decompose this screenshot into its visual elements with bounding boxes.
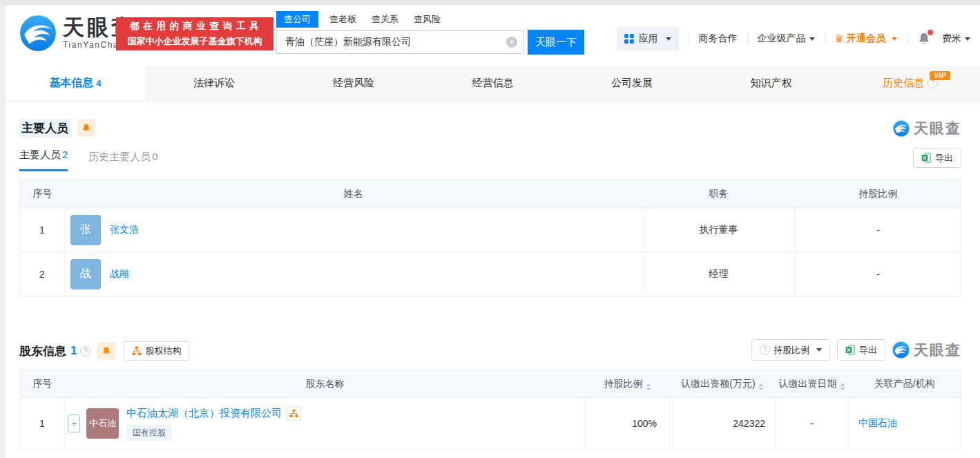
search-input[interactable] [276,30,523,54]
subtab-current-staff[interactable]: 主要人员2 [19,149,68,171]
col-header-ratio[interactable]: 持股比例 [586,370,670,398]
ratio-cell: - [796,208,961,252]
divider [747,34,748,44]
col-header-amount[interactable]: 认缴出资额(万元) [670,370,776,398]
search-area: 查公司 查老板 查关系 查风险 ✕ 天眼一下 [276,12,584,55]
equity-chart-button[interactable] [287,406,301,421]
nav-item-enterprise-products[interactable]: 企业级产品 [758,32,815,45]
shareholder-link[interactable]: 中石油太湖（北京）投资有限公司 [126,407,282,420]
shareholders-table: 序号 股东名称 持股比例 认缴出资额(万元) 认缴出资日期 关联产品/机构 [19,370,961,450]
tab-history-info[interactable]: 历史信息 ? VIP [840,66,980,100]
caret-down-icon [809,37,815,41]
shareholders-section: 股东信息 1 ? 股权结构 ? 持股比例 [19,341,961,450]
excel-icon [845,345,856,355]
table-row: 2 战 战雕 经理 - [20,252,961,296]
amount-cell: 242322 [670,398,776,450]
divider [689,34,689,44]
expand-row-button[interactable]: + [68,414,80,432]
vip-badge: VIP [930,71,950,80]
notification-dot [928,30,933,35]
person-link[interactable]: 张文浩 [110,224,139,236]
tab-count: 4 [96,78,101,88]
tab-basic-info[interactable]: 基本信息 4 [6,66,145,100]
row-no: 1 [20,208,65,252]
sort-icon[interactable] [646,383,651,390]
slogan-banner: 都 在 用 的 商 业 查 询 工 具 国家中小企业发展子基金旗下机构 [116,17,273,50]
help-icon: ? [760,345,770,355]
bell-icon [81,123,91,133]
col-header-name: 姓名 [65,180,642,208]
notifications-button[interactable] [917,32,931,46]
col-header-product: 关联产品/机构 [849,370,961,398]
ratio-cell: 100% [586,398,670,450]
col-header-ratio: 持股比例 [796,180,961,208]
clear-search-icon[interactable]: ✕ [506,37,517,48]
caret-down-icon [965,37,970,41]
slogan-line1: 都 在 用 的 商 业 查 询 工 具 [130,20,260,32]
equity-structure-icon [132,346,142,356]
header-nav: 应用 商务合作 企业级产品 ♛ 开通会员 费米 [617,27,970,50]
caret-down-icon [892,37,897,41]
search-tab-boss[interactable]: 查老板 [329,11,356,28]
caret-down-icon [666,37,671,41]
apps-grid-icon [624,34,635,44]
apps-menu-button[interactable]: 应用 [617,27,679,50]
avatar[interactable]: 中石油 [86,408,119,439]
search-tab-risk[interactable]: 查风险 [414,11,441,28]
apps-label: 应用 [639,32,658,45]
divider [907,34,907,44]
related-product-link[interactable]: 中国石油 [858,417,897,428]
staff-table: 序号 姓名 职务 持股比例 1 张 张文浩 [19,180,961,296]
nav-item-cooperation[interactable]: 商务合作 [699,32,738,45]
subtab-history-staff[interactable]: 历史主要人员0 [88,151,157,171]
col-header-date[interactable]: 认缴出资日期 [776,370,849,398]
user-menu[interactable]: 费米 [942,32,970,45]
tianyancha-watermark-icon [893,120,910,137]
page-left-strip [0,6,6,458]
tianyancha-watermark-icon [892,341,910,359]
row-no: 2 [20,252,65,296]
col-header-no: 序号 [20,180,65,208]
tianyancha-watermark: 天眼查 [893,119,961,138]
caret-down-icon [816,348,822,352]
company-tab-bar: 基本信息 4 法律诉讼 经营风险 经营信息 公司发展 知识产权 历史信息 ? V… [6,66,980,101]
crown-icon: ♛ [835,32,844,45]
sort-icon[interactable] [758,383,764,390]
sort-icon[interactable] [840,383,845,390]
avatar[interactable]: 张 [70,215,101,245]
position-cell: 执行董事 [642,208,796,252]
subscribe-bell-button[interactable] [97,342,115,360]
help-icon[interactable]: ? [80,346,90,356]
subscribe-bell-button[interactable] [77,119,95,137]
tab-operation-info[interactable]: 经营信息 [423,66,563,100]
page-top-strip [0,0,980,6]
person-link[interactable]: 战雕 [110,268,129,280]
table-row: 1 张 张文浩 执行董事 - [20,208,961,252]
tab-operation-risk[interactable]: 经营风险 [284,66,423,100]
open-vip-button[interactable]: ♛ 开通会员 [835,32,897,45]
tab-legal-litigation[interactable]: 法律诉讼 [145,66,285,100]
col-header-position: 职务 [642,180,796,208]
equity-structure-button[interactable]: 股权结构 [124,341,189,361]
tianyancha-logo-icon [19,15,57,52]
shareholders-section-title: 股东信息 [19,343,66,359]
export-staff-button[interactable]: 导出 [913,148,961,168]
col-header-shareholder-name: 股东名称 [65,370,586,398]
search-tab-relation[interactable]: 查关系 [372,11,398,28]
export-shareholders-button[interactable]: 导出 [837,339,885,361]
ratio-cell: - [796,252,961,296]
date-cell: - [776,398,849,450]
site-header: 天眼查 TianYanCha.com 都 在 用 的 商 业 查 询 工 具 国… [6,6,980,66]
state-owned-tag: 国有控股 [126,425,172,441]
staff-section-title: 主要人员 [19,119,70,137]
search-button[interactable]: 天眼一下 [528,30,584,55]
ratio-filter-dropdown[interactable]: ? 持股比例 [751,339,830,361]
search-tab-company[interactable]: 查公司 [276,11,318,28]
tab-intellectual-property[interactable]: 知识产权 [702,66,841,100]
col-header-no: 序号 [20,370,65,398]
tab-company-development[interactable]: 公司发展 [562,66,702,100]
avatar[interactable]: 战 [70,259,101,289]
row-no: 1 [20,398,65,450]
search-tabs: 查公司 查老板 查关系 查风险 [276,12,584,28]
tianyancha-watermark: 天眼查 [892,341,961,360]
